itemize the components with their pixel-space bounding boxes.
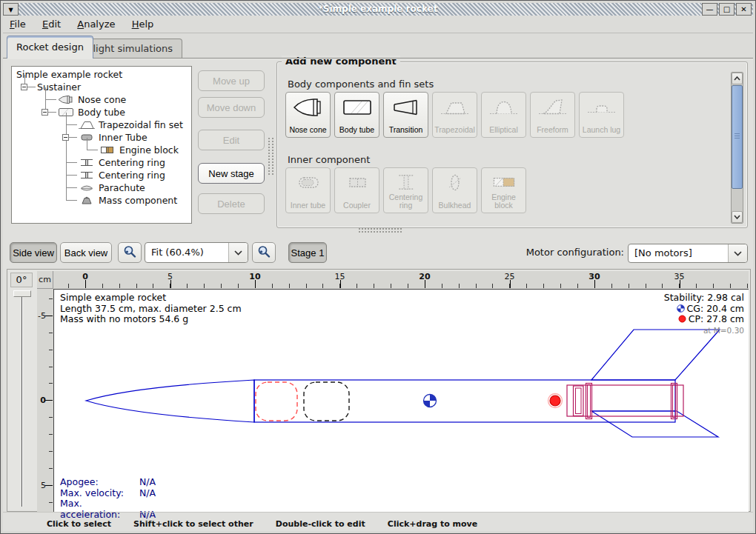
cg-legend-icon (677, 304, 685, 313)
view-toolbar: Side view Back view Fit (60.4%) Stage 1 … (3, 236, 753, 266)
cp-legend-icon (678, 315, 686, 323)
collapse-icon[interactable] (21, 84, 27, 90)
add-elliptical-fin-button[interactable]: Elliptical (481, 92, 526, 138)
engine-block-inner (576, 388, 582, 414)
component-tree[interactable]: Simple example rocket Sustainer Nose con… (11, 66, 192, 224)
collapse-icon[interactable] (42, 109, 48, 116)
comp-label: Coupler (338, 201, 377, 210)
rotation-slider-track[interactable] (21, 297, 23, 507)
vertical-splitter[interactable] (268, 138, 273, 175)
transition-icon (390, 96, 422, 119)
tree-item-sustainer[interactable]: Sustainer Nose cone (37, 81, 191, 207)
tree-item-body-tube[interactable]: Body tube Trapezoidal fin set (58, 106, 191, 207)
rocket-canvas[interactable]: Simple example rocket Length 37.5 cm, ma… (53, 289, 749, 513)
tree-item-parachute[interactable]: Parachute (79, 181, 191, 194)
engine-block-icon (488, 172, 520, 193)
menu-edit[interactable]: Edit (36, 16, 67, 32)
tree-item-centering-ring-2[interactable]: Centering ring (79, 169, 191, 181)
motor-configuration-arrow[interactable] (728, 244, 747, 262)
minimize-button[interactable]: — (702, 3, 717, 16)
add-body-tube-button[interactable]: Body tube (334, 92, 379, 138)
side-view-button[interactable]: Side view (10, 242, 57, 263)
move-down-button[interactable]: Move down (198, 97, 265, 118)
tab-flight-simulations[interactable]: Flight simulations (78, 39, 182, 59)
v-ruler-label: 5 (41, 480, 46, 490)
component-panel-scrollbar[interactable] (731, 72, 743, 224)
tree-item-inner-tube[interactable]: Inner Tube Engine block (79, 131, 191, 156)
cp-marker (548, 394, 563, 408)
tab-rocket-design[interactable]: Rocket design (7, 36, 93, 59)
bulkhead-icon (439, 172, 471, 194)
tree-item-rocket[interactable]: Simple example rocket Sustainer Nose con… (16, 68, 191, 207)
add-centering-ring-button[interactable]: Centering ring (383, 167, 428, 213)
tab-pane-edge (3, 58, 753, 59)
delete-button[interactable]: Delete (198, 193, 265, 214)
lower-fin-outline (591, 411, 718, 437)
tree-label: Engine block (119, 144, 179, 156)
menu-help[interactable]: Help (125, 16, 161, 32)
new-stage-button[interactable]: New stage (198, 163, 265, 184)
tab-strip: Rocket design Flight simulations (3, 33, 753, 59)
rocket-name: Simple example rocket (60, 293, 242, 304)
maximize-button[interactable]: □ (719, 3, 735, 16)
tree-item-trapezoidal-fin-set[interactable]: Trapezoidal fin set (79, 119, 191, 131)
close-button[interactable]: ✕ (736, 3, 752, 16)
scrollbar-thumb[interactable] (732, 85, 743, 189)
add-launch-lug-button[interactable]: Launch lug (579, 92, 624, 138)
rotation-value: 0° (10, 273, 33, 287)
app-window: ▼ *Simple example rocket — □ ✕ File Edit… (0, 0, 756, 534)
inner-tube-outline (567, 385, 683, 416)
comp-label: Launch lug (583, 126, 620, 134)
menu-analyze[interactable]: Analyze (70, 16, 122, 32)
stage-1-button[interactable]: Stage 1 (288, 242, 327, 263)
scroll-down-button[interactable] (732, 211, 743, 223)
zoom-select-arrow[interactable] (228, 243, 248, 262)
coupler-icon (341, 172, 374, 194)
add-freeform-fin-button[interactable]: Freeform (530, 92, 575, 138)
chevron-up-icon (734, 76, 740, 81)
zoom-select[interactable]: Fit (60.4%) (145, 242, 248, 263)
add-nose-cone-button[interactable]: Nose cone (285, 92, 331, 138)
tree-item-engine-block[interactable]: Engine block (99, 144, 191, 156)
rotation-slider-handle[interactable] (13, 290, 31, 297)
inner-component-label: Inner component (288, 154, 370, 165)
cp-value: CP: 27.8 cm (689, 313, 744, 324)
add-inner-tube-button[interactable]: Inner tube (285, 167, 331, 213)
apogee-value: N/A (139, 476, 156, 487)
h-ruler-label: 25 (505, 272, 515, 281)
menu-bar: File Edit Analyze Help (3, 16, 753, 33)
horizontal-splitter[interactable] (359, 228, 402, 233)
tree-item-centering-ring-1[interactable]: Centering ring (79, 156, 191, 169)
max-velocity-row: Max. velocity:N/A (60, 488, 156, 499)
hint-click-drag: Click+drag to move (388, 519, 477, 529)
add-bulkhead-button[interactable]: Bulkhead (432, 167, 477, 213)
add-coupler-button[interactable]: Coupler (334, 167, 379, 213)
tree-item-nose-cone[interactable]: Nose cone (58, 93, 191, 106)
comp-label: Nose cone (289, 126, 326, 134)
zoom-out-button[interactable] (118, 242, 142, 263)
add-trapezoidal-fin-button[interactable]: Trapezoidal (432, 92, 477, 138)
zoom-in-button[interactable] (252, 242, 276, 263)
mach-note: at M=0.30 (664, 325, 744, 336)
add-transition-button[interactable]: Transition (383, 92, 428, 138)
comp-label: Inner tube (289, 201, 328, 210)
h-ruler-label: 30 (588, 272, 600, 281)
move-up-button[interactable]: Move up (198, 70, 265, 91)
cg-marker (424, 395, 437, 407)
centering-ring-icon (79, 170, 95, 180)
tree-item-mass-component[interactable]: Mass component (79, 194, 191, 207)
centering-ring-inner (588, 385, 591, 418)
edit-button[interactable]: Edit (198, 130, 265, 150)
motor-configuration-select[interactable]: [No motors] (628, 244, 748, 263)
h-ruler-label: 10 (249, 272, 260, 281)
cp-row: CP: 27.8 cm (664, 314, 744, 325)
ruler-unit-label: cm (37, 271, 53, 289)
chevron-down-icon (234, 250, 242, 256)
comp-label: Elliptical (489, 126, 518, 134)
scroll-up-button[interactable] (732, 73, 743, 84)
back-view-button[interactable]: Back view (60, 242, 112, 263)
tree-label: Parachute (99, 182, 145, 193)
menu-file[interactable]: File (3, 16, 33, 32)
collapse-icon[interactable] (62, 134, 69, 141)
add-engine-block-button[interactable]: Engine block (481, 167, 526, 213)
